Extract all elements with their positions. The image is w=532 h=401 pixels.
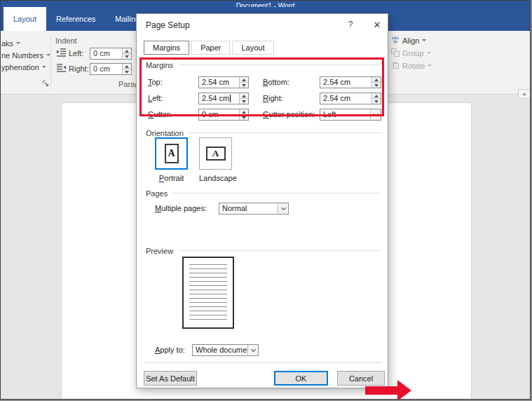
- footer-divider: [145, 362, 382, 363]
- indent-left-row: Left:: [57, 48, 83, 58]
- preview-group-legend: Preview: [146, 247, 173, 255]
- arrow-down-icon: [242, 100, 246, 103]
- ok-button[interactable]: OK: [274, 371, 328, 386]
- ribbon-tab-layout[interactable]: Layout: [4, 7, 46, 31]
- bottom-margin-spinner: [371, 77, 381, 88]
- right-margin-spinner: [371, 93, 381, 104]
- chevron-down-icon: [373, 111, 378, 116]
- gutter-input[interactable]: 0 cm: [198, 109, 249, 121]
- tab-margins[interactable]: Margins: [144, 41, 189, 55]
- page-setup-dialog: Page Setup ? ✕ Margins Paper Layout Marg…: [136, 13, 388, 388]
- group-icon: [391, 48, 400, 58]
- indent-right-row: Right:: [57, 63, 89, 74]
- dropdown-button[interactable]: [370, 109, 381, 120]
- arrow-down-icon: [125, 55, 129, 58]
- close-icon[interactable]: ✕: [367, 14, 388, 35]
- group-label: Group: [402, 49, 424, 57]
- apply-to-label: Apply to:: [155, 344, 185, 356]
- tab-layout[interactable]: Layout: [232, 41, 273, 55]
- page-setup-launcher-icon[interactable]: [43, 79, 50, 89]
- spin-down-button[interactable]: [123, 53, 131, 59]
- spin-up-button[interactable]: [240, 77, 248, 82]
- arrow-up-icon: [374, 95, 378, 97]
- help-button[interactable]: ?: [340, 14, 361, 35]
- rotate-button[interactable]: Rotate: [391, 60, 432, 71]
- top-margin-value[interactable]: 2.54 cm: [199, 77, 239, 88]
- ribbon-tab-references[interactable]: References: [46, 7, 105, 31]
- dialog-tab-strip: Margins Paper Layout: [144, 41, 274, 55]
- set-as-default-button[interactable]: Set As Default: [144, 371, 197, 386]
- arrow-up-icon: [125, 50, 129, 53]
- right-margin-value[interactable]: 2.54 cm: [320, 93, 371, 104]
- group-button[interactable]: Group: [391, 48, 431, 58]
- arrow-up-icon: [374, 79, 378, 81]
- spin-up-button[interactable]: [240, 109, 248, 114]
- right-margin-input[interactable]: 2.54 cm: [320, 93, 381, 104]
- arrow-down-icon: [242, 84, 246, 87]
- indent-right-spinner: [122, 64, 131, 74]
- gutter-value[interactable]: 0 cm: [199, 109, 239, 120]
- dropdown-button[interactable]: [247, 345, 258, 355]
- portrait-label: Portrait: [155, 174, 188, 182]
- tab-paper[interactable]: Paper: [191, 41, 230, 55]
- spin-down-button[interactable]: [123, 69, 131, 74]
- spin-up-button[interactable]: [240, 93, 248, 98]
- spin-down-button[interactable]: [240, 98, 248, 104]
- left-margin-input[interactable]: 2.54 cm: [198, 93, 249, 104]
- spin-down-button[interactable]: [240, 82, 248, 88]
- bottom-margin-label: Bottom:: [263, 76, 289, 88]
- align-button[interactable]: Align: [391, 35, 426, 46]
- spin-down-button[interactable]: [372, 82, 381, 88]
- orientation-landscape-tile[interactable]: A: [199, 137, 232, 170]
- scrollbar-up-button[interactable]: [518, 89, 531, 99]
- left-margin-value[interactable]: 2.54 cm: [199, 93, 239, 104]
- spin-up-button[interactable]: [372, 93, 381, 98]
- line-numbers-button[interactable]: ne Numbers: [1, 50, 50, 60]
- gutter-spinner: [239, 109, 248, 120]
- bottom-margin-input[interactable]: 2.54 cm: [320, 76, 381, 88]
- preview-page-thumbnail: [182, 257, 234, 329]
- align-icon: [391, 36, 400, 46]
- gutter-label: Gutter:: [148, 109, 172, 121]
- spin-up-button[interactable]: [123, 48, 131, 53]
- top-margin-input[interactable]: 2.54 cm: [198, 76, 249, 88]
- orientation-portrait-tile[interactable]: A: [155, 137, 188, 170]
- arrow-up-icon: [242, 111, 246, 114]
- window-title: Document1 - Word: [236, 2, 295, 7]
- landscape-page-icon: A: [206, 147, 226, 161]
- dialog-title: Page Setup: [146, 20, 190, 30]
- spin-up-button[interactable]: [123, 64, 131, 69]
- indent-left-value[interactable]: 0 cm: [90, 48, 122, 59]
- indent-right-value[interactable]: 0 cm: [90, 64, 122, 74]
- apply-to-dropdown[interactable]: Whole document: [192, 344, 259, 356]
- rotate-label: Rotate: [402, 62, 425, 70]
- margins-group-legend: Margins: [146, 61, 173, 69]
- top-margin-label: Top:: [148, 76, 163, 88]
- breaks-button[interactable]: aks: [1, 38, 20, 48]
- pages-group-header: Pages: [146, 189, 381, 198]
- spin-up-button[interactable]: [372, 77, 381, 82]
- chevron-down-icon: [42, 66, 46, 68]
- margins-group-header: Margins: [146, 60, 381, 69]
- multiple-pages-dropdown[interactable]: Normal: [219, 203, 289, 215]
- line-numbers-label: ne Numbers: [1, 51, 43, 60]
- multiple-pages-label: Multiple pages:: [155, 203, 207, 215]
- portrait-page-icon: A: [165, 144, 179, 163]
- indent-right-input[interactable]: 0 cm: [90, 63, 132, 75]
- spin-down-button[interactable]: [372, 98, 381, 104]
- spin-down-button[interactable]: [240, 114, 248, 120]
- group-separator: [50, 34, 51, 89]
- arrow-head: [397, 380, 411, 400]
- chevron-down-icon: [428, 64, 432, 67]
- gutter-position-dropdown[interactable]: Left: [320, 109, 381, 121]
- arrow-up-icon: [125, 65, 129, 68]
- arrow-up-icon: [522, 93, 526, 95]
- bottom-margin-value[interactable]: 2.54 cm: [320, 77, 371, 88]
- preview-group-header: Preview: [146, 246, 381, 255]
- annotation-red-arrow: [365, 380, 413, 400]
- dropdown-button[interactable]: [278, 203, 288, 214]
- arrow-down-icon: [374, 100, 378, 103]
- hyphenation-button[interactable]: yphenation: [1, 62, 46, 72]
- right-margin-label: Right:: [263, 93, 283, 104]
- indent-left-input[interactable]: 0 cm: [90, 48, 132, 60]
